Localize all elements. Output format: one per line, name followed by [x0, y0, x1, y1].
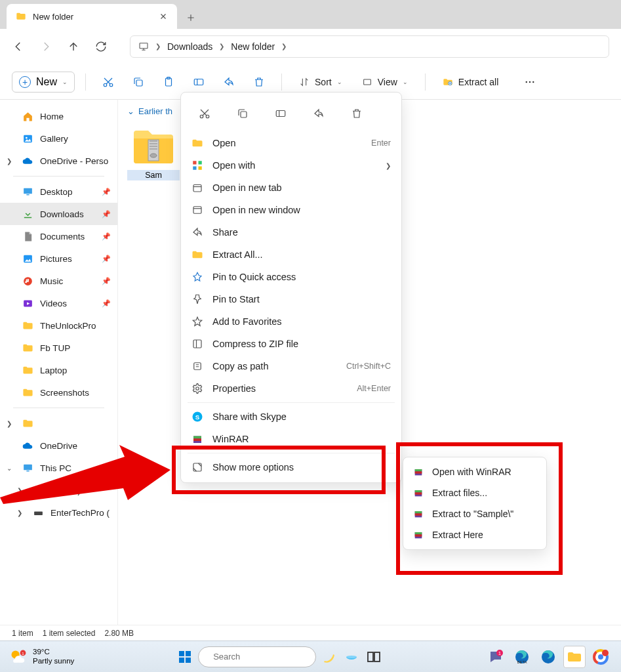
- paste-button[interactable]: [157, 70, 180, 94]
- start-button[interactable]: [176, 648, 194, 666]
- chevron-right-icon[interactable]: ❯: [7, 158, 12, 165]
- pin-icon: [191, 271, 203, 283]
- view-button[interactable]: View ⌄: [355, 73, 414, 91]
- sidebar-item-music[interactable]: Music📌: [0, 270, 117, 292]
- cut-button[interactable]: [193, 102, 216, 125]
- search-input[interactable]: [213, 652, 323, 662]
- sidebar-item-osc[interactable]: ❯ OS (C:): [0, 479, 117, 501]
- status-size: 2.80 MB: [104, 629, 134, 638]
- chevron-down-icon[interactable]: ⌄: [7, 465, 12, 472]
- chevron-down-icon: ⌄: [127, 106, 134, 116]
- sidebar-item-screenshots[interactable]: Screenshots: [0, 381, 117, 404]
- svg-rect-56: [415, 534, 422, 536]
- svg-text:BETA: BETA: [517, 660, 527, 664]
- up-button[interactable]: [67, 40, 80, 53]
- delete-button[interactable]: [247, 70, 271, 94]
- ctx-open-with[interactable]: Open with ❯: [181, 154, 401, 177]
- taskbar-taskview[interactable]: [365, 648, 383, 666]
- chevron-right-icon[interactable]: ❯: [7, 420, 12, 427]
- breadcrumb[interactable]: ❯ Downloads ❯ New folder ❯: [130, 35, 609, 58]
- zip-icon: [191, 338, 203, 350]
- cut-button[interactable]: [96, 70, 120, 94]
- winrar-extract-files[interactable]: Extract files...: [403, 482, 546, 503]
- ctx-compress-zip[interactable]: Compress to ZIP file: [181, 333, 401, 355]
- monitor-icon: [138, 41, 149, 52]
- svg-rect-33: [199, 167, 202, 170]
- tray-chat[interactable]: 1: [485, 646, 507, 668]
- sidebar-item-downloads[interactable]: Downloads📌: [0, 203, 117, 225]
- chevron-right-icon[interactable]: ❯: [17, 487, 22, 494]
- ctx-winrar[interactable]: WinRAR: [181, 428, 401, 450]
- ctx-show-more[interactable]: Show more options: [181, 456, 401, 478]
- status-bar: 1 item 1 item selected 2.80 MB: [0, 625, 621, 640]
- ctx-open-new-tab[interactable]: Open in new tab: [181, 177, 401, 199]
- share-button[interactable]: [217, 70, 241, 94]
- sidebar-item-laptop[interactable]: Laptop: [0, 359, 117, 381]
- chevron-right-icon: ❯: [386, 162, 391, 169]
- more-options-icon: [191, 461, 203, 473]
- svg-rect-53: [415, 513, 422, 515]
- sidebar-item-videos[interactable]: Videos📌: [0, 292, 117, 314]
- extract-all-button[interactable]: Extract all: [436, 73, 505, 91]
- refresh-button[interactable]: [94, 40, 108, 53]
- rename-button[interactable]: [269, 102, 292, 125]
- file-item-zip[interactable]: Sam: [127, 123, 180, 180]
- breadcrumb-downloads[interactable]: Downloads: [167, 41, 212, 52]
- ctx-pin-quick[interactable]: Pin to Quick access: [181, 266, 401, 288]
- winrar-open[interactable]: Open with WinRAR: [403, 461, 546, 482]
- sidebar-item-folder-generic[interactable]: ❯: [0, 412, 117, 434]
- sidebar-item-onedrive-personal[interactable]: ❯ OneDrive - Perso: [0, 150, 117, 172]
- tray-explorer[interactable]: [563, 646, 586, 668]
- taskbar-app-banana[interactable]: [320, 648, 338, 666]
- svg-rect-55: [415, 532, 422, 534]
- ctx-extract-all[interactable]: Extract All...: [181, 243, 401, 266]
- sidebar-item-home[interactable]: Home: [0, 105, 117, 127]
- close-icon[interactable]: [159, 12, 168, 21]
- winrar-icon: [412, 529, 424, 541]
- taskbar-search[interactable]: [198, 646, 316, 667]
- sidebar-item-unlockpro[interactable]: TheUnlockPro: [0, 314, 117, 337]
- ctx-add-favorites[interactable]: Add to Favorites: [181, 310, 401, 333]
- ctx-open[interactable]: Open Enter: [181, 132, 401, 154]
- share-button[interactable]: [307, 102, 331, 125]
- winrar-extract-here[interactable]: Extract Here: [403, 524, 546, 545]
- copy-button[interactable]: [231, 102, 254, 125]
- tray-edge-beta[interactable]: BETA: [511, 646, 533, 668]
- sidebar-item-fbtup[interactable]: Fb TUP: [0, 337, 117, 359]
- taskbar-weather[interactable]: 1 39°C Partly sunny: [9, 648, 74, 666]
- ctx-pin-start[interactable]: Pin to Start: [181, 288, 401, 310]
- chevron-right-icon[interactable]: ❯: [17, 509, 22, 516]
- taskbar-app-bowl[interactable]: [342, 648, 361, 666]
- ctx-copy-path[interactable]: Copy as path Ctrl+Shift+C: [181, 355, 401, 377]
- ctx-share-skype[interactable]: S Share with Skype: [181, 406, 401, 428]
- ctx-share[interactable]: Share: [181, 221, 401, 243]
- forward-button[interactable]: [39, 40, 52, 53]
- sidebar-item-thispc[interactable]: ⌄ This PC: [0, 457, 117, 479]
- back-button[interactable]: [12, 40, 25, 53]
- sidebar-item-entertechpro[interactable]: ❯ EnterTechPro (: [0, 501, 117, 524]
- delete-button[interactable]: [345, 102, 369, 125]
- more-button[interactable]: [518, 70, 542, 94]
- sort-button[interactable]: Sort ⌄: [292, 73, 349, 91]
- tray-edge[interactable]: [537, 646, 559, 668]
- tray-chrome[interactable]: [590, 646, 612, 668]
- ctx-open-new-window[interactable]: Open in new window: [181, 199, 401, 221]
- sidebar-item-pictures[interactable]: Pictures📌: [0, 247, 117, 270]
- breadcrumb-current[interactable]: New folder: [231, 41, 275, 52]
- new-tab-button[interactable]: [180, 7, 202, 29]
- sidebar-item-onedrive[interactable]: OneDrive: [0, 434, 117, 457]
- sidebar-item-documents[interactable]: Documents📌: [0, 225, 117, 247]
- ctx-properties[interactable]: Properties Alt+Enter: [181, 377, 401, 400]
- new-button[interactable]: + New ⌄: [12, 72, 75, 93]
- context-menu: Open Enter Open with ❯ Open in new tab O…: [180, 92, 402, 483]
- svg-rect-28: [241, 112, 247, 117]
- tab-active[interactable]: New folder: [7, 4, 177, 29]
- chevron-right-icon: ❯: [219, 43, 224, 50]
- svg-rect-7: [363, 79, 371, 85]
- winrar-extract-to[interactable]: Extract to "Sample\": [403, 503, 546, 524]
- sidebar-item-desktop[interactable]: Desktop📌: [0, 180, 117, 203]
- sidebar-item-gallery[interactable]: Gallery: [0, 127, 117, 150]
- copy-button[interactable]: [127, 70, 150, 94]
- rename-button[interactable]: [187, 70, 210, 94]
- pictures-icon: [22, 253, 33, 264]
